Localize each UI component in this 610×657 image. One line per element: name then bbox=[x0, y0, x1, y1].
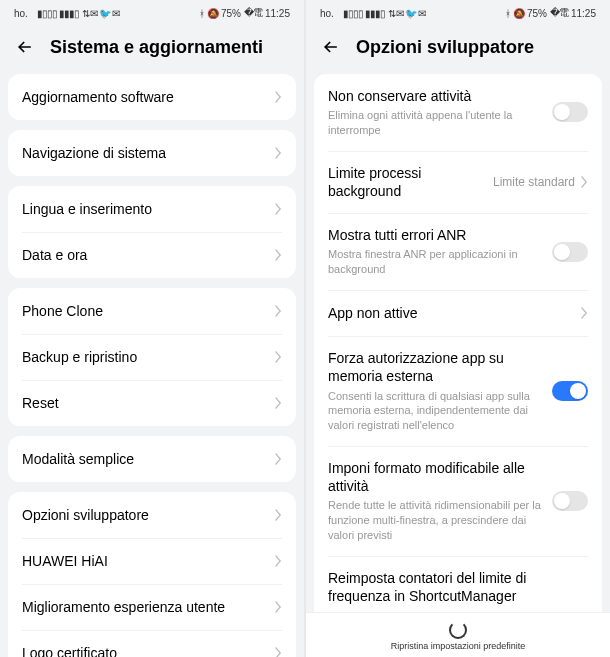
carrier-label: ho. bbox=[14, 8, 28, 19]
row-title: Lingua e inserimento bbox=[22, 200, 275, 218]
restore-icon bbox=[449, 621, 467, 639]
settings-row[interactable]: Opzioni sviluppatore bbox=[8, 492, 296, 538]
row-title: Data e ora bbox=[22, 246, 275, 264]
phone-left: ho. ▮▯▯▯ ▮▮▮▯ ⇅ ✉ 🐦 ✉ ᚼ 🔕 75% �電 11:25 S… bbox=[0, 0, 304, 657]
settings-row[interactable]: Miglioramento esperienza utente bbox=[8, 584, 296, 630]
settings-row[interactable]: Non conservare attivitàElimina ogni atti… bbox=[314, 74, 602, 151]
settings-row[interactable]: Mostra tutti errori ANRMostra finestra A… bbox=[314, 213, 602, 290]
row-main: Navigazione di sistema bbox=[22, 144, 275, 162]
battery-percent: 75% bbox=[527, 8, 547, 19]
settings-row[interactable]: Imponi formato modificabile alle attivit… bbox=[314, 446, 602, 556]
settings-row[interactable]: Reimposta contatori del limite di freque… bbox=[314, 556, 602, 618]
settings-row[interactable]: Phone Clone bbox=[8, 288, 296, 334]
settings-row[interactable]: Limite processi backgroundLimite standar… bbox=[314, 151, 602, 213]
row-title: Backup e ripristino bbox=[22, 348, 275, 366]
chevron-right-icon bbox=[275, 351, 282, 363]
status-bar: ho. ▮▯▯▯ ▮▮▮▯ ⇅ ✉ 🐦 ✉ ᚼ 🔕 75% �電 11:25 bbox=[0, 0, 304, 26]
row-main: Data e ora bbox=[22, 246, 275, 264]
settings-group: Modalità semplice bbox=[8, 436, 296, 482]
arrow-left-icon bbox=[321, 37, 341, 57]
row-main: Reimposta contatori del limite di freque… bbox=[328, 569, 588, 605]
settings-row[interactable]: Data e ora bbox=[8, 232, 296, 278]
toggle-switch[interactable] bbox=[552, 242, 588, 262]
settings-row[interactable]: Backup e ripristino bbox=[8, 334, 296, 380]
settings-row[interactable]: Modalità semplice bbox=[8, 436, 296, 482]
settings-row[interactable]: Forza autorizzazione app su memoria este… bbox=[314, 336, 602, 446]
row-main: Non conservare attivitàElimina ogni atti… bbox=[328, 87, 544, 138]
row-title: Phone Clone bbox=[22, 302, 275, 320]
back-button[interactable] bbox=[320, 36, 342, 58]
row-title: Mostra tutti errori ANR bbox=[328, 226, 544, 244]
settings-row[interactable]: Aggiornamento software bbox=[8, 74, 296, 120]
chevron-right-icon bbox=[275, 147, 282, 159]
battery-percent: 75% bbox=[221, 8, 241, 19]
settings-row[interactable]: HUAWEI HiAI bbox=[8, 538, 296, 584]
settings-row[interactable]: Logo certificato bbox=[8, 630, 296, 657]
settings-row[interactable]: App non attive bbox=[314, 290, 602, 336]
settings-list-right[interactable]: Non conservare attivitàElimina ogni atti… bbox=[306, 74, 610, 657]
row-main: Lingua e inserimento bbox=[22, 200, 275, 218]
bluetooth-icon: ᚼ bbox=[199, 8, 204, 19]
sync-icons: ⇅ ✉ 🐦 ✉ bbox=[388, 8, 425, 19]
row-title: Limite processi background bbox=[328, 164, 493, 200]
row-title: HUAWEI HiAI bbox=[22, 552, 275, 570]
settings-group: Non conservare attivitàElimina ogni atti… bbox=[314, 74, 602, 657]
chevron-right-icon bbox=[275, 509, 282, 521]
chevron-right-icon bbox=[275, 397, 282, 409]
chevron-right-icon bbox=[581, 307, 588, 319]
row-main: Forza autorizzazione app su memoria este… bbox=[328, 349, 544, 433]
row-subtitle: Rende tutte le attività ridimensionabili… bbox=[328, 498, 544, 543]
row-main: App non attive bbox=[328, 304, 581, 322]
signal-icon: ▮▯▯▯ ▮▮▮▯ bbox=[37, 8, 79, 19]
carrier-label: ho. bbox=[320, 8, 334, 19]
restore-label: Ripristina impostazioni predefinite bbox=[306, 641, 610, 651]
settings-row[interactable]: Navigazione di sistema bbox=[8, 130, 296, 176]
settings-row[interactable]: Reset bbox=[8, 380, 296, 426]
row-main: Logo certificato bbox=[22, 644, 275, 657]
battery-icon: �電 bbox=[550, 6, 568, 20]
settings-group: Opzioni sviluppatoreHUAWEI HiAIMiglioram… bbox=[8, 492, 296, 657]
mute-icon: 🔕 bbox=[513, 8, 524, 19]
row-main: Miglioramento esperienza utente bbox=[22, 598, 275, 616]
row-main: Opzioni sviluppatore bbox=[22, 506, 275, 524]
row-title: Reset bbox=[22, 394, 275, 412]
phone-right: ho. ▮▯▯▯ ▮▮▮▯ ⇅ ✉ 🐦 ✉ ᚼ 🔕 75% �電 11:25 O… bbox=[306, 0, 610, 657]
settings-group: Phone CloneBackup e ripristinoReset bbox=[8, 288, 296, 426]
row-title: Imponi formato modificabile alle attivit… bbox=[328, 459, 544, 495]
chevron-right-icon bbox=[275, 647, 282, 657]
toggle-switch[interactable] bbox=[552, 102, 588, 122]
row-main: HUAWEI HiAI bbox=[22, 552, 275, 570]
row-main: Imponi formato modificabile alle attivit… bbox=[328, 459, 544, 543]
row-main: Phone Clone bbox=[22, 302, 275, 320]
row-title: Non conservare attività bbox=[328, 87, 544, 105]
row-main: Aggiornamento software bbox=[22, 88, 275, 106]
settings-row[interactable]: Lingua e inserimento bbox=[8, 186, 296, 232]
chevron-right-icon bbox=[275, 203, 282, 215]
clock: 11:25 bbox=[571, 8, 596, 19]
row-title: Aggiornamento software bbox=[22, 88, 275, 106]
mute-icon: 🔕 bbox=[207, 8, 218, 19]
status-bar: ho. ▮▯▯▯ ▮▮▮▯ ⇅ ✉ 🐦 ✉ ᚼ 🔕 75% �電 11:25 bbox=[306, 0, 610, 26]
chevron-right-icon bbox=[275, 249, 282, 261]
chevron-right-icon bbox=[275, 305, 282, 317]
settings-list-left[interactable]: Aggiornamento softwareNavigazione di sis… bbox=[0, 74, 304, 657]
chevron-right-icon bbox=[275, 453, 282, 465]
chevron-right-icon bbox=[275, 555, 282, 567]
settings-group: Aggiornamento software bbox=[8, 74, 296, 120]
row-title: Navigazione di sistema bbox=[22, 144, 275, 162]
sync-icons: ⇅ ✉ 🐦 ✉ bbox=[82, 8, 119, 19]
row-main: Backup e ripristino bbox=[22, 348, 275, 366]
chevron-right-icon bbox=[275, 91, 282, 103]
signal-icon: ▮▯▯▯ ▮▮▮▯ bbox=[343, 8, 385, 19]
clock: 11:25 bbox=[265, 8, 290, 19]
arrow-left-icon bbox=[15, 37, 35, 57]
row-title: Forza autorizzazione app su memoria este… bbox=[328, 349, 544, 385]
restore-bar[interactable]: Ripristina impostazioni predefinite bbox=[306, 612, 610, 657]
toggle-switch[interactable] bbox=[552, 491, 588, 511]
row-main: Modalità semplice bbox=[22, 450, 275, 468]
back-button[interactable] bbox=[14, 36, 36, 58]
toggle-switch[interactable] bbox=[552, 381, 588, 401]
row-subtitle: Mostra finestra ANR per applicazioni in … bbox=[328, 247, 544, 277]
row-title: Reimposta contatori del limite di freque… bbox=[328, 569, 588, 605]
row-main: Reset bbox=[22, 394, 275, 412]
